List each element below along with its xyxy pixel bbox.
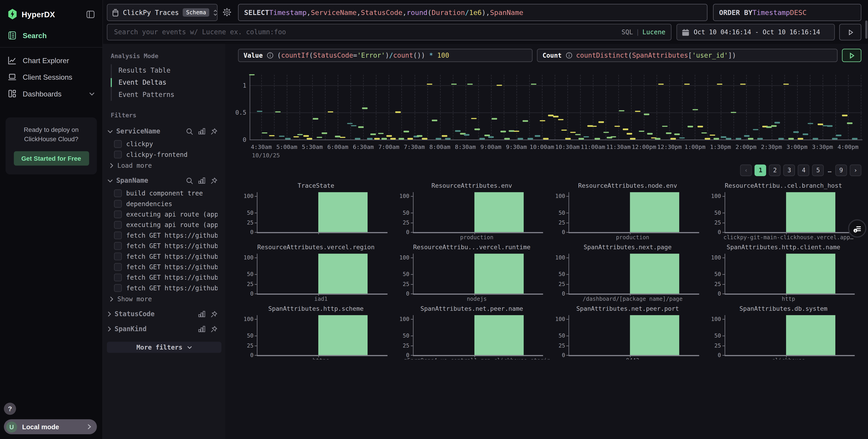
checkbox[interactable] xyxy=(114,150,122,158)
filter-group-spankind[interactable]: SpanKind xyxy=(103,321,225,336)
search-input[interactable] xyxy=(113,28,617,36)
sidebar-item-search[interactable]: Search xyxy=(0,27,102,44)
attribute-bar[interactable] xyxy=(474,315,523,355)
checkbox[interactable] xyxy=(114,284,122,292)
gear-icon[interactable] xyxy=(222,8,231,17)
attribute-bar[interactable] xyxy=(786,315,835,355)
filter-option[interactable]: fetch GET https://github.… xyxy=(103,240,225,251)
checkbox[interactable] xyxy=(114,210,122,218)
attribute-bar[interactable] xyxy=(318,192,368,232)
attribute-bar[interactable] xyxy=(630,315,679,355)
pin-icon[interactable] xyxy=(210,177,218,184)
filter-option[interactable]: executing api route (app)… xyxy=(103,209,225,219)
attribute-bar[interactable] xyxy=(474,254,523,294)
checkbox[interactable] xyxy=(114,221,122,228)
checkbox[interactable] xyxy=(114,252,122,260)
filter-group-spanname[interactable]: SpanName xyxy=(103,173,225,188)
mini-x-tick-mark xyxy=(474,293,475,296)
analysis-mode-results-table[interactable]: Results Table xyxy=(112,64,225,77)
search-run-button[interactable] xyxy=(839,24,861,40)
get-started-button[interactable]: Get Started for Free xyxy=(13,151,89,165)
checkbox[interactable] xyxy=(114,231,122,239)
attribute-bar[interactable] xyxy=(318,254,368,294)
filter-option[interactable]: fetch GET https://github.… xyxy=(103,251,225,261)
x-axis-tick-label: 9:30am xyxy=(506,143,527,150)
delta-point xyxy=(317,137,322,138)
help-button[interactable]: ? xyxy=(4,403,16,415)
pagination-page-9[interactable]: 9 xyxy=(835,165,847,176)
pin-icon[interactable] xyxy=(210,127,218,135)
checkbox[interactable] xyxy=(114,189,122,197)
attribute-bar[interactable] xyxy=(630,254,679,294)
pagination-page-3[interactable]: 3 xyxy=(784,165,795,176)
checkbox[interactable] xyxy=(114,242,122,250)
query-language-toggle[interactable]: SQL|Lucene xyxy=(622,28,665,36)
analysis-mode-event-patterns[interactable]: Event Patterns xyxy=(112,89,225,101)
sidebar-item-dashboards[interactable]: Dashboards xyxy=(0,85,102,102)
pagination-page-1[interactable]: 1 xyxy=(755,165,766,176)
filter-group-servicename[interactable]: ServiceName xyxy=(103,123,225,139)
filter-option[interactable]: fetch GET https://github.… xyxy=(103,262,225,272)
bars-icon[interactable] xyxy=(198,311,206,317)
mini-y-tick-label: 25 xyxy=(247,342,253,348)
attribute-bar[interactable] xyxy=(630,192,679,232)
filter-option[interactable]: build component tree xyxy=(103,188,225,198)
more-filters-label: More filters xyxy=(136,344,182,351)
magnifier-icon[interactable] xyxy=(186,127,193,135)
delta-point xyxy=(407,138,413,139)
sidebar-item-chart-explorer[interactable]: Chart Explorer xyxy=(0,52,102,68)
checkbox[interactable] xyxy=(114,200,122,207)
pagination-page-4[interactable]: 4 xyxy=(798,165,809,176)
lucene-mode-option[interactable]: Lucene xyxy=(643,28,665,36)
checkbox[interactable] xyxy=(114,273,122,281)
delta-point xyxy=(303,135,309,137)
magnifier-icon[interactable] xyxy=(186,177,193,184)
attribute-bar[interactable] xyxy=(318,315,368,355)
sidebar-collapse-icon[interactable] xyxy=(87,10,95,18)
filter-option[interactable]: clickpy xyxy=(103,139,225,149)
filter-option[interactable]: fetch GET https://github.… xyxy=(103,282,225,293)
pagination-page-2[interactable]: 2 xyxy=(769,165,781,176)
attribute-chart-xlabel: z5prz9qgc4.us-central1.gcp.clickhouse-st… xyxy=(404,357,550,359)
delta-point xyxy=(752,129,758,130)
load-more-link[interactable]: Load more xyxy=(103,159,225,173)
local-mode-menu[interactable]: U Local mode xyxy=(4,419,97,434)
date-range-picker[interactable]: Oct 10 04:16:14 - Oct 10 16:16:14 xyxy=(677,24,835,40)
attribute-bar[interactable] xyxy=(786,192,835,232)
more-filters-button[interactable]: More filters xyxy=(107,342,221,353)
filter-option[interactable]: fetch GET https://github.… xyxy=(103,272,225,282)
attribute-bar[interactable] xyxy=(474,192,523,232)
delta-point xyxy=(347,123,353,124)
show-more-link[interactable]: Show more xyxy=(103,293,225,306)
pin-icon[interactable] xyxy=(210,311,218,318)
bars-icon[interactable] xyxy=(198,128,206,135)
attribute-bar[interactable] xyxy=(786,254,835,294)
x-axis-tick-label: 7:30am xyxy=(404,143,425,150)
filter-option[interactable]: dependencies xyxy=(103,198,225,209)
checkbox[interactable] xyxy=(114,263,122,270)
bars-icon[interactable] xyxy=(198,326,206,332)
filter-option[interactable]: fetch GET https://github.… xyxy=(103,230,225,240)
pagination-prev[interactable]: ‹ xyxy=(740,165,752,176)
filter-option-label: executing api route (app)… xyxy=(126,210,218,218)
pin-icon[interactable] xyxy=(210,325,218,333)
sql-mode-option[interactable]: SQL xyxy=(622,28,633,36)
checkbox[interactable] xyxy=(114,140,122,148)
scrollbar-thumb[interactable] xyxy=(865,21,868,39)
deltas-chart-plot[interactable] xyxy=(250,75,862,140)
bars-icon[interactable] xyxy=(198,177,206,184)
changelog-widget-button[interactable] xyxy=(848,219,866,238)
pagination-page-5[interactable]: 5 xyxy=(812,165,824,176)
order-by-editor[interactable]: ORDER BY Timestamp DESC xyxy=(713,4,861,21)
delta-point xyxy=(381,138,387,139)
delta-point xyxy=(655,138,660,139)
filter-option[interactable]: executing api route (app)… xyxy=(103,219,225,230)
source-select[interactable]: ClickPy Traces Schema xyxy=(107,4,218,21)
filter-option[interactable]: clickpy-frontend xyxy=(103,149,225,159)
select-query-editor[interactable]: SELECT Timestamp, ServiceName, StatusCod… xyxy=(238,4,707,21)
analysis-mode-event-deltas[interactable]: Event Deltas xyxy=(112,77,225,89)
sidebar-item-client-sessions[interactable]: Client Sessions xyxy=(0,69,102,85)
pagination-next[interactable]: › xyxy=(849,165,861,176)
mini-y-tick-mark xyxy=(566,274,568,275)
filter-group-statuscode[interactable]: StatusCode xyxy=(103,306,225,321)
